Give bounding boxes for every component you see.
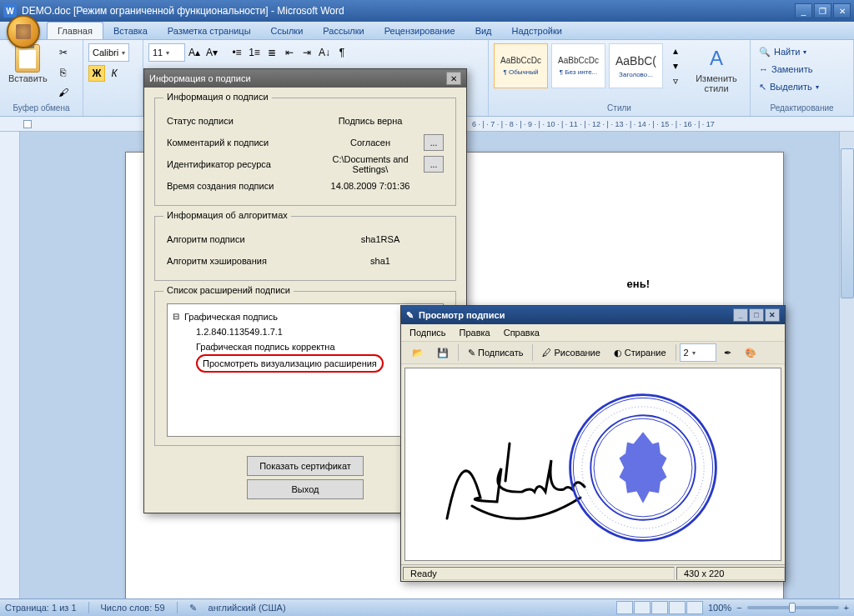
tool-pen2[interactable]: ✒: [718, 343, 737, 362]
resource-browse-button[interactable]: ...: [424, 156, 444, 173]
tool-draw[interactable]: 🖊Рисование: [536, 343, 605, 362]
select-button[interactable]: ↖Выделить▾: [756, 78, 822, 95]
word-count[interactable]: Число слов: 59: [101, 603, 165, 613]
show-marks-button[interactable]: ¶: [334, 44, 350, 61]
replace-button[interactable]: ↔Заменить: [756, 61, 822, 78]
format-painter-button[interactable]: 🖌: [54, 83, 73, 102]
copy-button[interactable]: ⎘: [54, 63, 73, 82]
tree-root[interactable]: Графическая подпись: [173, 309, 438, 324]
doc-line-1: ень!: [627, 278, 650, 290]
ribbon-tabs: Главная Вставка Разметка страницы Ссылки…: [0, 22, 854, 40]
tool-save[interactable]: 💾: [431, 343, 455, 362]
folder-icon: 📂: [412, 348, 424, 358]
office-button[interactable]: [7, 15, 40, 48]
palette-icon: 🎨: [745, 348, 756, 358]
paste-label: Вставить: [8, 73, 48, 83]
tab-mailings[interactable]: Рассылки: [313, 23, 374, 39]
menu-help[interactable]: Справка: [504, 328, 540, 338]
cut-button[interactable]: ✂: [54, 43, 73, 62]
bullets-button[interactable]: •≡: [229, 44, 245, 61]
styles-scroll-button[interactable]: ▾: [666, 58, 685, 73]
exit-button[interactable]: Выход: [247, 479, 364, 499]
italic-button[interactable]: К: [106, 65, 123, 82]
stamp-seal: [564, 388, 722, 547]
tab-home[interactable]: Главная: [47, 22, 103, 39]
language-indicator[interactable]: английский (США): [208, 603, 286, 613]
indent-right-button[interactable]: ⇥: [299, 44, 315, 61]
shrink-font-button[interactable]: A▾: [203, 44, 220, 61]
numbering-button[interactable]: 1≡: [246, 44, 263, 61]
font-size-combo[interactable]: 11▾: [148, 43, 185, 62]
style-heading[interactable]: AaBbC( Заголово...: [609, 43, 663, 88]
menu-signature[interactable]: Подпись: [409, 328, 446, 338]
tree-child-oid[interactable]: 1.2.840.113549.1.7.1: [173, 324, 438, 339]
vertical-ruler[interactable]: [0, 132, 20, 598]
tab-view[interactable]: Вид: [465, 23, 502, 39]
zoom-slider-thumb[interactable]: [789, 603, 796, 613]
signature-info-group: Информация о подписи Статус подписи Подп…: [154, 98, 456, 206]
find-button[interactable]: 🔍Найти▾: [756, 43, 822, 60]
tool-width-combo[interactable]: 2▾: [680, 343, 716, 362]
tab-layout[interactable]: Разметка страницы: [158, 23, 261, 39]
restore-button[interactable]: ❐: [814, 3, 831, 18]
styles-more-button[interactable]: ▴: [666, 43, 685, 58]
tool-color[interactable]: 🎨: [739, 343, 762, 362]
bold-button[interactable]: Ж: [88, 65, 105, 82]
sigviewer-maximize-button[interactable]: □: [749, 308, 764, 322]
tab-references[interactable]: Ссылки: [261, 23, 314, 39]
tab-insert[interactable]: Вставка: [103, 23, 158, 39]
zoom-slider[interactable]: [747, 606, 839, 609]
tool-sign[interactable]: ✎Подписать: [462, 343, 529, 362]
tab-review[interactable]: Рецензирование: [374, 23, 465, 39]
tool-erase[interactable]: ◐Стирание: [608, 343, 672, 362]
save-icon: 💾: [437, 348, 449, 358]
view-outline[interactable]: [669, 601, 686, 614]
style-no-spacing[interactable]: AaBbCcDc ¶ Без инте...: [551, 43, 605, 88]
pen-icon: ✎: [406, 310, 414, 321]
view-web[interactable]: [651, 601, 668, 614]
menu-edit[interactable]: Правка: [460, 328, 490, 338]
sigviewer-toolbar: 📂 💾 ✎Подписать 🖊Рисование ◐Стирание 2▾ ✒…: [401, 341, 785, 364]
multilevel-button[interactable]: ≣: [264, 44, 280, 61]
tree-child-correct[interactable]: Графическая подпись корректна: [173, 339, 438, 354]
window-titlebar: W DEMO.doc [Режим ограниченной функциона…: [0, 0, 854, 22]
dialog-close-button[interactable]: ✕: [446, 72, 461, 85]
indent-left-button[interactable]: ⇤: [281, 44, 298, 61]
svg-point-4: [630, 451, 644, 468]
sigviewer-minimize-button[interactable]: _: [733, 308, 748, 322]
paste-button[interactable]: Вставить: [5, 43, 51, 85]
grow-font-button[interactable]: A▴: [186, 44, 203, 61]
change-styles-button[interactable]: A Изменить стили: [688, 43, 745, 95]
sort-button[interactable]: A↓: [316, 44, 333, 61]
tool-open[interactable]: 📂: [406, 343, 430, 362]
pencil-icon: ✎: [468, 348, 475, 358]
tab-addins[interactable]: Надстройки: [502, 23, 572, 39]
replace-icon: ↔: [759, 64, 768, 74]
find-icon: 🔍: [759, 47, 771, 58]
view-print-layout[interactable]: [616, 601, 633, 614]
signature-canvas[interactable]: [404, 368, 781, 561]
spellcheck-icon[interactable]: ✎: [189, 603, 197, 613]
group-legend: Информация об алгоритмах: [163, 210, 291, 220]
zoom-out-button[interactable]: −: [736, 603, 741, 613]
ruler-toggle[interactable]: [23, 120, 32, 128]
style-normal[interactable]: AaBbCcDc ¶ Обычный: [494, 43, 548, 88]
minimize-button[interactable]: _: [795, 3, 812, 18]
view-draft[interactable]: [686, 601, 703, 614]
comment-browse-button[interactable]: ...: [424, 134, 444, 151]
font-family-combo[interactable]: Calibri▾: [88, 43, 129, 62]
sigviewer-titlebar[interactable]: ✎ Просмотр подписи _ □ ✕: [401, 306, 785, 324]
tree-child-view[interactable]: Просмотреть визуализацию расширения: [173, 354, 438, 373]
row-sign-time: Время создания подписи 14.08.2009 7:01:3…: [167, 175, 444, 197]
scrollbar-thumb[interactable]: [841, 148, 854, 298]
dialog-titlebar[interactable]: Информация о подписи ✕: [144, 69, 466, 88]
page-indicator[interactable]: Страница: 1 из 1: [5, 603, 77, 613]
styles-gallery-button[interactable]: ▿: [666, 73, 685, 88]
zoom-level[interactable]: 100%: [708, 603, 731, 613]
vertical-scrollbar[interactable]: [839, 132, 854, 598]
show-certificate-button[interactable]: Показать сертификат: [247, 456, 364, 476]
sigviewer-close-button[interactable]: ✕: [765, 308, 780, 322]
close-button[interactable]: ✕: [833, 3, 851, 18]
zoom-in-button[interactable]: +: [844, 603, 849, 613]
view-full-screen[interactable]: [634, 601, 651, 614]
